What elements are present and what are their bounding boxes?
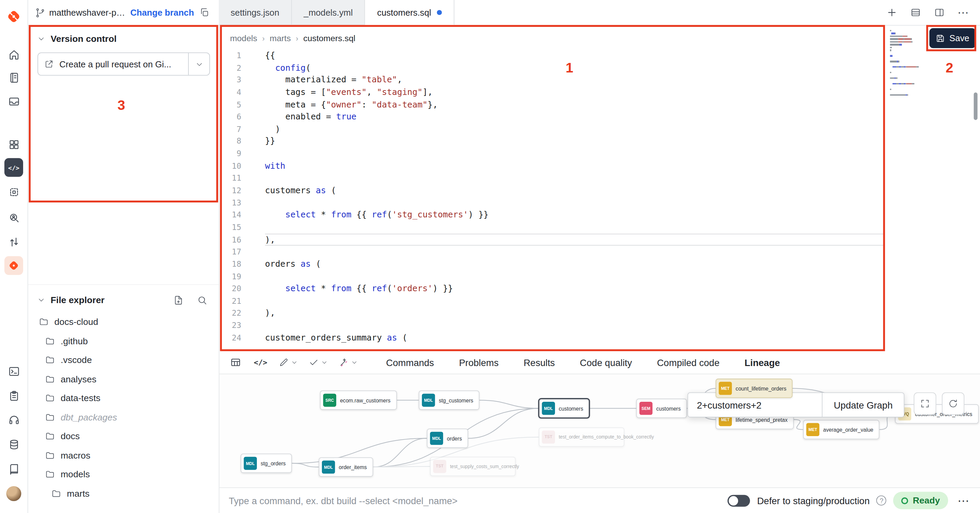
code-line[interactable]: 21 — [219, 295, 980, 307]
lineage-node-raw_customers[interactable]: SRCecom.raw_customers — [320, 391, 397, 410]
lineage-graph[interactable]: Update Graph SRCecom.raw_customersMDLstg… — [219, 373, 980, 487]
code-line[interactable]: 19 — [219, 270, 980, 282]
file-tree-item-.vscode[interactable]: .vscode — [27, 350, 219, 369]
code-line[interactable]: 5 meta = {"owner": "data-team"}, — [219, 98, 980, 111]
bottom-tab-problems[interactable]: Problems — [459, 357, 498, 368]
terminal-icon[interactable] — [6, 364, 21, 379]
code-line[interactable]: 11 — [219, 172, 980, 184]
lint-button[interactable] — [309, 357, 327, 367]
overflow-menu-icon[interactable]: ⋯ — [956, 6, 970, 19]
lineage-node-stg_orders[interactable]: MDLstg_orders — [240, 453, 292, 473]
lineage-node-customers_sem[interactable]: SEMcustomers — [636, 399, 687, 418]
code-line[interactable]: 9 — [219, 148, 980, 160]
headset-icon[interactable] — [6, 412, 21, 427]
file-tree-item-docs[interactable]: docs — [27, 427, 219, 446]
code-line[interactable]: 7 ) — [219, 123, 980, 135]
code-line[interactable]: 12customers as ( — [219, 184, 980, 197]
code-line[interactable]: 20 select * from {{ ref('orders') }} — [219, 283, 980, 295]
code-line[interactable]: 14 select * from {{ ref('stg_customers')… — [219, 209, 980, 221]
breadcrumb-item[interactable]: customers.sql — [303, 34, 355, 43]
breadcrumb-item[interactable]: marts — [270, 34, 291, 43]
lineage-node-count_lifetime_orders[interactable]: METcount_lifetime_orders — [716, 379, 792, 398]
code-line[interactable]: 16), — [219, 233, 980, 246]
copy-branch-icon[interactable] — [198, 6, 211, 19]
defer-toggle[interactable] — [728, 495, 750, 507]
frame-icon[interactable] — [6, 184, 21, 199]
file-tree-item-marts[interactable]: marts — [27, 484, 219, 503]
code-view-icon[interactable]: </> — [254, 358, 267, 367]
change-branch-link[interactable]: Change branch — [130, 8, 194, 17]
code-line[interactable]: 18orders as ( — [219, 258, 980, 270]
code-line[interactable]: 1{{ — [219, 49, 980, 62]
database-icon[interactable] — [6, 437, 21, 452]
notebook-icon[interactable] — [6, 70, 21, 85]
code-line[interactable]: 24customer_orders_summary as ( — [219, 332, 980, 344]
command-input[interactable] — [228, 495, 721, 507]
version-control-header[interactable]: Version control — [27, 25, 219, 50]
file-tree-item-models[interactable]: models — [27, 465, 219, 484]
more-menu-icon[interactable]: ⋯ — [958, 493, 970, 508]
bottom-tab-code-quality[interactable]: Code quality — [580, 357, 632, 368]
code-line[interactable]: 17 — [219, 246, 980, 258]
home-icon[interactable] — [6, 47, 21, 62]
code-line[interactable]: 15 — [219, 221, 980, 233]
book-icon[interactable] — [6, 462, 21, 476]
code-lines[interactable]: 1{{2 config(3 materialized = "table",4 t… — [219, 49, 980, 344]
lineage-node-customers[interactable]: MDLcustomers — [539, 399, 589, 418]
code-line[interactable]: 22), — [219, 307, 980, 319]
create-pr-main[interactable]: Create a pull request on Gi... — [38, 53, 189, 75]
code-editor[interactable]: models›marts›customers.sql 1{{2 config(3… — [219, 25, 980, 351]
lineage-node-test_supply_costs[interactable]: TSTtest_supply_costs_sum_correctly — [430, 457, 516, 476]
tab-_models.yml[interactable]: _models.yml — [292, 0, 365, 25]
file-tree-item-.github[interactable]: .github — [27, 331, 219, 350]
clipboard-icon[interactable] — [6, 388, 21, 403]
tab-customers.sql[interactable]: customers.sql — [365, 0, 454, 25]
code-line[interactable]: 3 materialized = "table", — [219, 74, 980, 86]
breadcrumb-item[interactable]: models — [230, 34, 257, 43]
code-line[interactable]: 13 — [219, 197, 980, 209]
editor-scrollbar[interactable] — [974, 92, 978, 120]
layout-rows-icon[interactable] — [909, 6, 923, 19]
code-line[interactable]: 8}} — [219, 135, 980, 148]
grid-icon[interactable] — [6, 137, 21, 152]
update-graph-button[interactable]: Update Graph — [822, 393, 904, 417]
code-line[interactable]: 10with — [219, 160, 980, 172]
code-line[interactable]: 23 — [219, 319, 980, 332]
file-tree-item-macros[interactable]: macros — [27, 446, 219, 465]
file-tree-item-analyses[interactable]: analyses — [27, 369, 219, 389]
dbt-orange-icon[interactable] — [5, 256, 23, 275]
lineage-node-stg_customers[interactable]: MDLstg_customers — [419, 391, 480, 410]
new-file-icon[interactable] — [171, 293, 185, 307]
file-tree-item-dbt_packages[interactable]: dbt_packages — [27, 408, 219, 427]
fullscreen-icon[interactable] — [914, 392, 936, 415]
tab-settings.json[interactable]: settings.json — [219, 0, 292, 25]
bottom-tab-lineage[interactable]: Lineage — [745, 357, 780, 368]
lineage-node-average_order_value[interactable]: METaverage_order_value — [803, 420, 880, 439]
bottom-tab-compiled-code[interactable]: Compiled code — [657, 357, 720, 368]
new-tab-icon[interactable] — [885, 6, 899, 19]
inbox-icon[interactable] — [6, 94, 21, 109]
results-table-icon[interactable] — [229, 356, 242, 369]
dbt-logo-icon[interactable] — [6, 9, 21, 24]
save-button[interactable]: Save — [929, 28, 975, 48]
lineage-node-customer_order_metrics[interactable]: SVQcustomer_order_metrics — [895, 404, 978, 424]
lineage-node-order_items[interactable]: MDLorder_items — [319, 457, 373, 476]
lineage-node-orders[interactable]: MDLorders — [427, 429, 468, 448]
create-pr-dropdown[interactable] — [189, 53, 210, 75]
file-tree-item-data-tests[interactable]: data-tests — [27, 389, 219, 408]
code-line[interactable]: 6 enabled = true — [219, 111, 980, 123]
bottom-tab-commands[interactable]: Commands — [386, 357, 434, 368]
bottom-tab-results[interactable]: Results — [524, 357, 555, 368]
status-badge[interactable]: Ready — [894, 492, 948, 509]
compare-icon[interactable] — [6, 234, 21, 249]
refresh-icon[interactable] — [942, 392, 964, 415]
help-icon[interactable]: ? — [877, 496, 886, 505]
code-editor-icon[interactable]: </> — [5, 158, 23, 177]
user-avatar[interactable] — [6, 486, 21, 501]
fix-button[interactable] — [339, 357, 357, 367]
search-icon[interactable] — [195, 293, 208, 307]
lineage-node-test_order_items[interactable]: TSTtest_order_items_compute_to_book_corr… — [539, 427, 624, 447]
search-user-icon[interactable] — [6, 210, 21, 225]
format-button[interactable] — [279, 357, 298, 367]
code-line[interactable]: 4 tags = ["events", "staging"], — [219, 86, 980, 98]
